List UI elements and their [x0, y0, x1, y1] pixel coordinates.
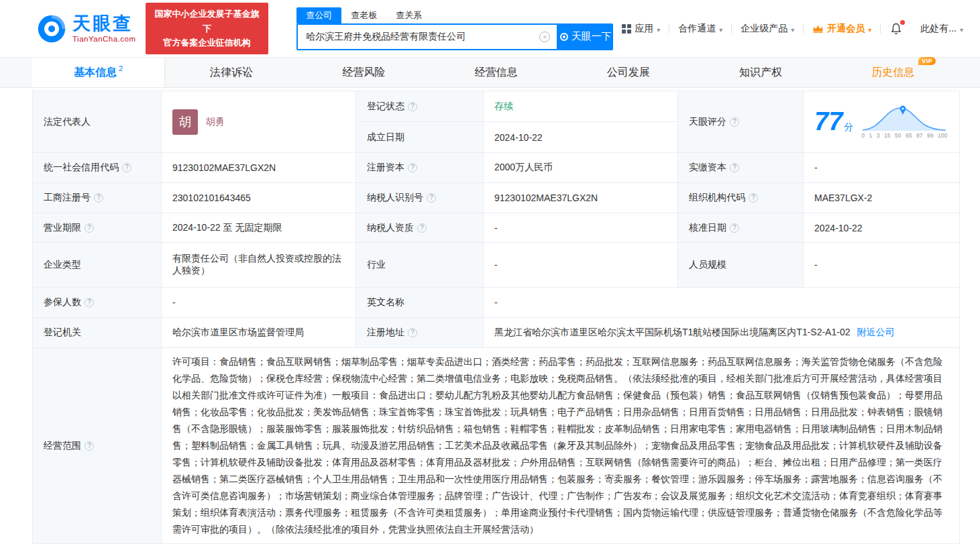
registration-authority-value: 哈尔滨市道里区市场监督管理局: [172, 327, 304, 337]
help-icon[interactable]: [408, 102, 417, 111]
label-org-code: 组织机构代码: [689, 192, 745, 204]
english-name-value: -: [494, 297, 498, 308]
help-icon[interactable]: [85, 441, 94, 451]
tab-basic-label: 基本信息: [74, 66, 117, 80]
search-button-label: 天眼一下: [571, 30, 612, 43]
chevron-down-icon: [868, 23, 871, 34]
top-header: 天眼查 TianYanCha.com 国家中小企业发展子基金旗下 官方备案企业征…: [0, 0, 980, 57]
help-icon[interactable]: [749, 193, 758, 203]
credit-code-value: 91230102MAE37LGX2N: [172, 162, 276, 173]
help-icon[interactable]: [730, 163, 739, 172]
nav-enterprise-products[interactable]: 企业级产品: [732, 23, 803, 35]
nav-notifications[interactable]: [881, 22, 912, 36]
tab-legal-label: 法律诉讼: [210, 66, 253, 80]
label-tianyan-score: 天眼评分: [689, 116, 726, 128]
label-credit-code: 统一社会信用代码: [44, 162, 119, 174]
score-unit: 分: [844, 121, 853, 132]
search-button-eye-icon: [560, 33, 568, 41]
search-area: 查公司 查老板 查关系 天眼一下: [296, 7, 613, 50]
label-paid-capital: 实缴资本: [689, 162, 726, 174]
label-registration-status: 登记状态: [367, 101, 404, 113]
score-distribution-chart: 0131550659799100: [861, 105, 947, 139]
industry-value: -: [494, 260, 498, 270]
help-icon[interactable]: [417, 223, 427, 233]
registered-address-value: 黑龙江省哈尔滨市道里区哈尔滨太平国际机场T1航站楼国际出境隔离区内T1-S2-A…: [494, 327, 850, 337]
label-approval-date: 核准日期: [689, 222, 726, 234]
basic-info-table: 法定代表人 胡 胡勇 登记状态 存续 天眼评分 77分: [32, 91, 960, 544]
tianyancha-logo[interactable]: 天眼查 TianYanCha.com: [37, 14, 136, 44]
nav-apps[interactable]: 应用: [613, 23, 669, 35]
label-registered-address: 注册地址: [367, 327, 404, 339]
apps-grid-icon: [622, 24, 631, 34]
logo-text: 天眼查 TianYanCha.com: [72, 14, 136, 43]
tab-legal-proceedings[interactable]: 法律诉讼: [165, 58, 297, 87]
establishment-date-value: 2024-10-22: [494, 132, 543, 143]
crown-icon: [812, 25, 824, 33]
help-icon[interactable]: [730, 117, 739, 127]
label-industry: 行业: [367, 259, 386, 271]
chevron-down-icon: [719, 23, 722, 34]
tab-operation-risk[interactable]: 经营风险: [298, 58, 430, 87]
vip-badge: VIP: [918, 57, 936, 65]
label-company-type: 企业类型: [44, 259, 81, 271]
logo-domain: TianYanCha.com: [72, 35, 136, 43]
label-registered-capital: 注册资本: [367, 162, 404, 174]
legal-rep-avatar[interactable]: 胡: [172, 109, 198, 135]
tab-basic-info[interactable]: 基本信息 2: [32, 58, 165, 87]
clear-search-icon[interactable]: [539, 32, 550, 42]
help-icon[interactable]: [85, 298, 94, 307]
registration-number-value: 230102101643465: [172, 192, 251, 203]
label-business-term: 营业期限: [44, 222, 81, 234]
help-icon[interactable]: [122, 163, 131, 172]
label-taxpayer-id: 纳税人识别号: [367, 192, 423, 204]
nav-apps-label: 应用: [635, 23, 653, 35]
registration-status-value: 存续: [494, 101, 513, 111]
gov-badge-line2: 官方备案企业征信机构: [154, 36, 261, 50]
help-icon[interactable]: [85, 223, 94, 233]
legal-rep-name-link[interactable]: 胡勇: [206, 116, 225, 128]
company-section-tabs: 基本信息 2 法律诉讼 经营风险 经营信息 公司发展 知识产权 历史信息 VIP: [0, 57, 980, 88]
nearby-companies-link[interactable]: 附近公司: [857, 327, 894, 337]
label-legal-representative: 法定代表人: [44, 116, 91, 128]
search-button[interactable]: 天眼一下: [558, 23, 613, 50]
help-icon[interactable]: [730, 223, 739, 233]
label-english-name: 英文名称: [367, 296, 404, 309]
help-icon[interactable]: [94, 193, 103, 203]
help-icon[interactable]: [408, 328, 417, 337]
business-term-value: 2024-10-22 至 无固定期限: [172, 222, 282, 233]
nav-cooperation[interactable]: 合作通道: [669, 23, 731, 35]
search-input[interactable]: [298, 32, 539, 42]
insured-count-value: -: [172, 297, 176, 308]
tab-history-label: 历史信息: [871, 66, 914, 78]
nav-vip-label: 开通会员: [827, 23, 865, 35]
logo-title: 天眼查: [72, 14, 136, 34]
org-code-value: MAE37LGX-2: [814, 192, 872, 203]
gov-certification-badge: 国家中小企业发展子基金旗下 官方备案企业征信机构: [146, 3, 269, 54]
taxpayer-quality-value: -: [494, 223, 498, 233]
tab-operation-label: 经营信息: [474, 66, 517, 80]
nav-account[interactable]: 此处有...: [912, 23, 972, 35]
help-icon[interactable]: [427, 193, 436, 203]
search-tab-relation[interactable]: 查关系: [386, 7, 431, 23]
search-tab-company[interactable]: 查公司: [296, 7, 341, 23]
tianyan-score[interactable]: 77分 0131550659799100: [814, 105, 948, 139]
nav-account-label: 此处有...: [920, 23, 957, 35]
bell-icon: [889, 22, 903, 36]
tab-risk-label: 经营风险: [342, 66, 385, 80]
label-registration-authority: 登记机关: [44, 327, 81, 339]
top-navigation: 应用 合作通道 企业级产品 开通会员: [613, 22, 980, 36]
business-scope-value: 许可项目：食品销售；食品互联网销售；烟草制品零售；烟草专卖品进出口；酒类经营；药…: [172, 353, 948, 538]
search-box: [296, 23, 558, 50]
score-axis-labels: 0131550659799100: [861, 132, 947, 139]
tab-history-info[interactable]: 历史信息 VIP: [827, 58, 959, 87]
tab-ip-label: 知识产权: [739, 66, 782, 80]
nav-vip-membership[interactable]: 开通会员: [804, 23, 880, 35]
search-tab-boss[interactable]: 查老板: [341, 7, 386, 23]
company-type-value: 有限责任公司（非自然人投资或控股的法人独资）: [172, 253, 341, 276]
tab-company-development[interactable]: 公司发展: [562, 58, 694, 87]
registered-capital-value: 2000万人民币: [494, 162, 553, 172]
tab-intellectual-property[interactable]: 知识产权: [694, 58, 826, 87]
tab-operation-info[interactable]: 经营信息: [430, 58, 562, 87]
approval-date-value: 2024-10-22: [814, 223, 863, 233]
help-icon[interactable]: [408, 163, 417, 172]
